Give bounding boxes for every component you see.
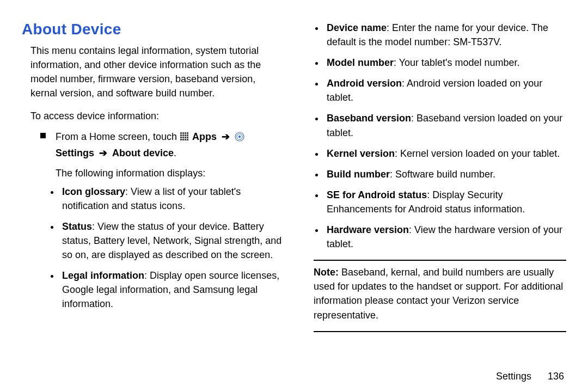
arrow-icon-2: ➔ (97, 148, 109, 158)
svg-rect-8 (180, 137, 182, 138)
svg-rect-14 (185, 139, 186, 140)
page-footer: Settings136 (496, 371, 564, 382)
list-item-label: Hardware version (327, 224, 409, 235)
svg-rect-11 (187, 137, 188, 138)
list-item: Android version: Android version loaded … (324, 76, 566, 105)
nav-settings-label: Settings (56, 148, 94, 158)
svg-rect-2 (185, 132, 186, 134)
note-rule-bottom (314, 331, 566, 332)
settings-gear-icon (235, 131, 244, 145)
list-item-desc: : View the status of your device. Batter… (62, 221, 281, 260)
svg-rect-15 (187, 139, 188, 140)
list-item: Status: View the status of your device. … (60, 219, 284, 262)
page-heading: About Device (22, 21, 284, 38)
list-item-label: SE for Android status (327, 189, 427, 200)
svg-rect-13 (182, 139, 184, 140)
list-item-label: Android version (327, 78, 402, 89)
nav-about-label: About device (112, 148, 174, 158)
nav-prefix: From a Home screen, touch (56, 131, 180, 142)
list-item-label: Legal information (62, 270, 144, 281)
note-text: Baseband, kernal, and build numbers are … (314, 267, 563, 320)
svg-rect-4 (180, 134, 182, 136)
note-paragraph: Note: Baseband, kernal, and build number… (314, 265, 566, 322)
nav-apps-label: Apps (192, 131, 217, 142)
svg-rect-6 (185, 134, 186, 136)
svg-rect-1 (182, 132, 184, 134)
svg-rect-5 (182, 134, 184, 136)
list-item-label: Model number (327, 57, 394, 68)
list-item-label: Device name (327, 22, 387, 33)
intro-paragraph: This menu contains legal information, sy… (30, 44, 284, 100)
footer-section: Settings (496, 371, 531, 382)
list-item: Legal information: Display open source l… (60, 268, 284, 311)
nav-path-text: From a Home screen, touch Apps ➔ (56, 130, 284, 160)
nav-period: . (174, 148, 176, 158)
access-line: To access device information: (30, 109, 284, 123)
nav-path: From a Home screen, touch Apps ➔ (40, 130, 284, 160)
left-column: About Device This menu contains legal in… (22, 21, 294, 370)
svg-rect-3 (187, 132, 188, 134)
arrow-icon: ➔ (219, 131, 232, 142)
list-item-label: Build number (327, 169, 390, 180)
list-item-desc: : Your tablet's model number. (394, 57, 520, 68)
list-item-desc: : Kernel version loaded on your tablet. (395, 148, 560, 159)
apps-grid-icon (180, 131, 189, 145)
svg-rect-9 (182, 137, 184, 138)
svg-rect-7 (187, 134, 188, 136)
list-item: SE for Android status: Display Security … (324, 188, 566, 216)
list-item: Build number: Software build number. (324, 167, 566, 181)
svg-rect-12 (180, 139, 182, 140)
list-item-label: Baseband version (327, 113, 411, 124)
svg-rect-0 (180, 132, 182, 134)
right-bullet-list: Device name: Enter the name for your dev… (324, 21, 566, 251)
following-line: The following information displays: (56, 168, 284, 179)
footer-page-number: 136 (548, 371, 564, 382)
note-rule-top (314, 260, 566, 261)
note-label: Note: (314, 267, 339, 278)
list-item: Baseband version: Baseband version loade… (324, 111, 566, 139)
svg-rect-10 (185, 137, 186, 138)
list-item: Model number: Your tablet's model number… (324, 56, 566, 70)
list-item: Icon glossary: View a list of your table… (60, 185, 284, 213)
list-item: Kernel version: Kernel version loaded on… (324, 146, 566, 161)
list-item-label: Kernel version (327, 148, 395, 159)
list-item-label: Status (62, 221, 92, 232)
right-column: Device name: Enter the name for your dev… (294, 21, 566, 370)
list-item-desc: : Software build number. (390, 169, 495, 180)
left-bullet-list: Icon glossary: View a list of your table… (60, 185, 284, 311)
list-item: Hardware version: View the hardware vers… (324, 223, 566, 251)
square-bullet-icon (40, 133, 46, 138)
list-item-label: Icon glossary (62, 186, 125, 197)
list-item: Device name: Enter the name for your dev… (324, 21, 566, 49)
svg-point-18 (238, 136, 241, 138)
